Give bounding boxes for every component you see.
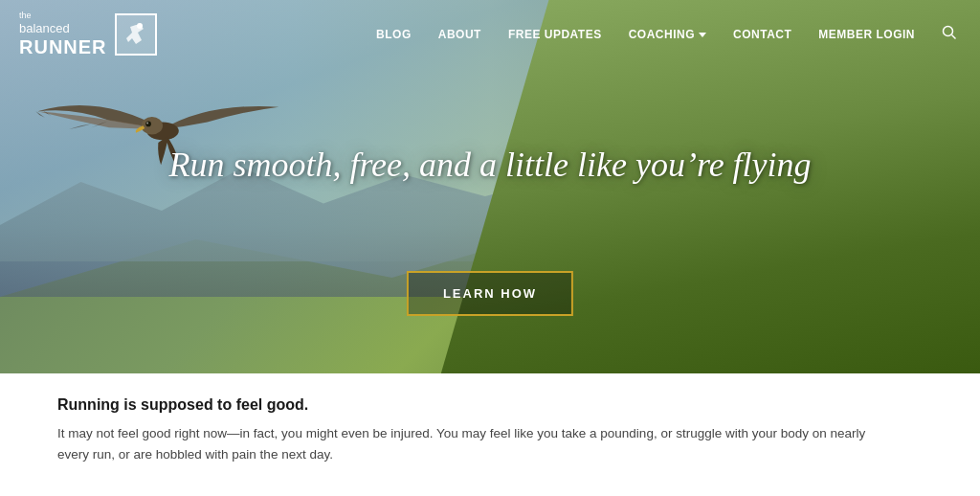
search-icon xyxy=(942,25,957,40)
nav-free-updates[interactable]: FREE UPDATES xyxy=(508,28,602,41)
nav-blog[interactable]: BLOG xyxy=(376,28,412,41)
svg-point-7 xyxy=(146,123,148,124)
nav-about[interactable]: ABOUT xyxy=(438,28,481,41)
content-section: Running is supposed to feel good. It may… xyxy=(0,373,980,496)
main-nav: BLOG ABOUT FREE UPDATES COACHING CONTACT… xyxy=(376,25,957,44)
logo-icon xyxy=(115,13,157,56)
learn-how-button[interactable]: LEARN HOW xyxy=(407,271,573,316)
hero-cta: LEARN HOW xyxy=(407,271,573,316)
nav-contact[interactable]: CONTACT xyxy=(733,28,791,41)
hero-headline: Run smooth, free, and a little like you’… xyxy=(98,142,881,187)
header: the balanced RUNNER BLOG ABOUT FREE UPDA… xyxy=(0,0,980,69)
svg-point-6 xyxy=(145,122,151,127)
svg-line-3 xyxy=(952,35,956,39)
svg-point-5 xyxy=(142,117,163,135)
logo-text: the balanced RUNNER xyxy=(19,11,107,58)
content-heading: Running is supposed to feel good. xyxy=(57,396,923,414)
nav-member-login[interactable]: MEMBER LOGIN xyxy=(818,28,915,41)
runner-logo-icon xyxy=(122,21,149,48)
svg-point-1 xyxy=(137,23,143,29)
coaching-dropdown-icon[interactable] xyxy=(699,33,706,37)
content-body: It may not feel good right now—in fact, … xyxy=(57,423,900,464)
search-button[interactable] xyxy=(942,25,957,44)
svg-point-2 xyxy=(944,27,953,36)
logo[interactable]: the balanced RUNNER xyxy=(19,11,157,58)
nav-coaching[interactable]: COACHING xyxy=(629,28,695,41)
nav-coaching-wrapper: COACHING xyxy=(629,28,706,41)
